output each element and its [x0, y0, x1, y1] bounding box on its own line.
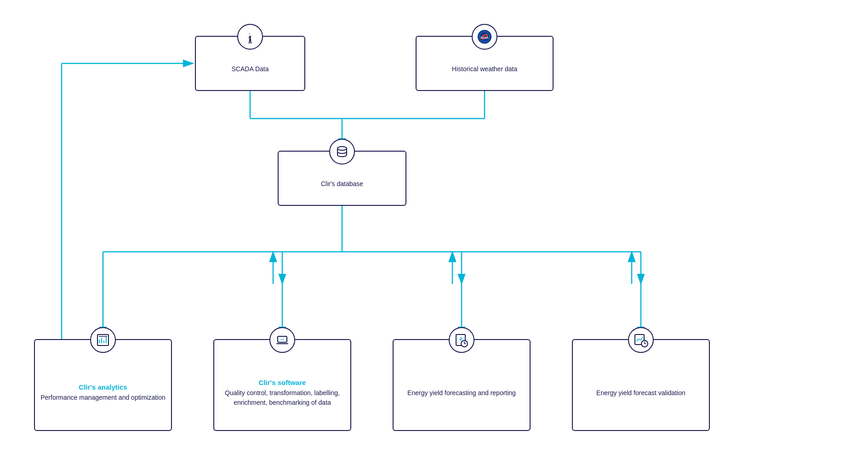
- database-icon-circle: [329, 139, 355, 164]
- software-highlight: Clir's software: [259, 379, 306, 386]
- software-label: Quality control, transformation, labelli…: [220, 388, 345, 408]
- svg-text:clir: clir: [280, 338, 284, 341]
- analytics-box: Clir's analytics Performance management …: [34, 339, 172, 431]
- analytics-icon-circle: [90, 327, 116, 353]
- scada-box: SCADA Data: [195, 36, 305, 91]
- nasa-icon-circle: NASA: [472, 24, 497, 50]
- nasa-box: NASA Historical weather data: [416, 36, 554, 91]
- forecast-label: Energy yield forecasting and reporting: [407, 388, 516, 398]
- svg-point-27: [337, 147, 347, 150]
- scada-label: SCADA Data: [232, 64, 269, 74]
- svg-text:NASA: NASA: [480, 36, 489, 39]
- svg-line-21: [250, 37, 251, 43]
- validation-icon-circle: [628, 327, 654, 353]
- software-icon-circle: clir: [269, 327, 295, 353]
- database-label: Clir's database: [321, 179, 363, 189]
- validation-box: Energy yield forecast validation: [572, 339, 710, 431]
- nasa-label: Historical weather data: [452, 64, 517, 74]
- database-box: Clir's database: [278, 151, 406, 206]
- software-box: clir Clir's software Quality control, tr…: [213, 339, 351, 431]
- analytics-highlight: Clir's analytics: [79, 383, 127, 391]
- forecast-icon-circle: [449, 327, 474, 353]
- forecast-box: Energy yield forecasting and reporting: [393, 339, 531, 431]
- validation-label: Energy yield forecast validation: [596, 388, 685, 398]
- diagram: SCADA Data NASA Historical weather data: [20, 8, 848, 468]
- scada-icon-circle: [237, 24, 263, 50]
- analytics-label: Performance management and optimization: [40, 393, 166, 402]
